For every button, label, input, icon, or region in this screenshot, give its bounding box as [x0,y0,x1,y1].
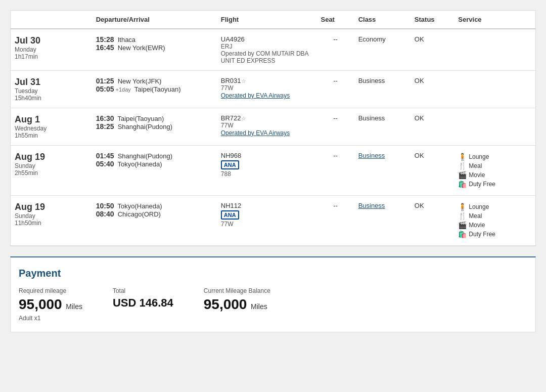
col-header-date [11,11,92,29]
service-lounge: 🧍Lounge [458,153,531,161]
payment-grid: Required mileage 95,000 Miles Adult x1 T… [19,287,527,322]
service-cell: 🧍Lounge🍴Meal🎬Movie🛍️Duty Free [454,196,535,246]
status-cell: OK [411,108,454,146]
col-header-departure-arrival: Departure/Arrival [92,11,217,29]
date-day: Jul 30 [15,35,88,46]
table-row: Aug 19 Sunday 11h50min 10:50 Tokyo(Haned… [11,196,535,246]
service-meal: 🍴Meal [458,212,531,220]
balance-value: 95,000 Miles [204,296,270,313]
service-meal: 🍴Meal [458,162,531,170]
service-label: Lounge [469,153,489,160]
date-weekday: Sunday [15,162,88,169]
required-mileage-value: 95,000 Miles [19,296,82,313]
status-cell: OK [411,196,454,246]
class-cell: Business [354,146,411,196]
lounge-icon: 🧍 [458,203,467,211]
service-label: Movie [469,222,485,229]
status-cell: OK [411,29,454,71]
service-duty-free: 🛍️Duty Free [458,180,531,188]
balance-item: Current Mileage Balance 95,000 Miles [204,287,270,313]
departure-time: 15:28 Ithaca [96,35,213,43]
duty free-icon: 🛍️ [458,230,467,238]
operated-by[interactable]: Operated by EVA Airways [221,129,313,137]
seat-cell: -- [316,71,354,108]
class-link[interactable]: Business [358,202,385,209]
col-header-status: Status [411,11,454,29]
service-cell: 🧍Lounge🍴Meal🎬Movie🛍️Duty Free [454,146,535,196]
date-duration: 1h17min [15,53,88,60]
flight-table: Departure/Arrival Flight Seat Class Stat… [11,11,535,246]
star-icon [241,114,246,122]
arrival-time: 08:40 Chicago(ORD) [96,210,213,218]
date-day: Aug 19 [15,152,88,162]
flight-type: ERJ [221,43,313,50]
class-cell: Business [354,71,411,108]
flight-table-container: Departure/Arrival Flight Seat Class Stat… [10,10,536,246]
departure-arrival-cell: 01:25 New York(JFK) 05:05 +1day Taipei(T… [92,71,217,108]
date-weekday: Tuesday [15,88,88,95]
total-item: Total USD 146.84 [113,287,173,310]
service-duty-free: 🛍️Duty Free [458,230,531,238]
date-day: Jul 31 [15,77,88,88]
flight-number: UA4926 [221,35,313,43]
service-cell [454,108,535,146]
table-row: Aug 1 Wednesday 1h55min 16:30 Taipei(Tao… [11,108,535,146]
departure-time: 01:25 New York(JFK) [96,77,213,85]
seat-cell: -- [316,108,354,146]
class-link[interactable]: Business [358,152,385,159]
service-movie: 🎬Movie [458,171,531,179]
service-label: Duty Free [469,181,495,188]
date-cell: Jul 31 Tuesday 15h40min [11,71,92,108]
date-weekday: Wednesday [15,125,88,132]
table-row: Aug 19 Sunday 2h55min 01:45 Shanghai(Pud… [11,146,535,196]
payment-title: Payment [19,268,527,279]
flight-type: 77W [221,84,313,92]
flight-number: NH112 [221,202,313,209]
service-movie: 🎬Movie [458,221,531,229]
date-duration: 1h55min [15,132,88,139]
service-lounge: 🧍Lounge [458,203,531,211]
nextday-label: +1day [114,86,130,93]
flight-number: BR722 [221,114,313,122]
service-label: Meal [469,162,482,169]
service-label: Duty Free [469,231,495,238]
departure-arrival-cell: 01:45 Shanghai(Pudong) 05:40 Tokyo(Haned… [92,146,217,196]
service-cell [454,29,535,71]
service-label: Movie [469,171,485,179]
total-label: Total [113,287,173,294]
meal-icon: 🍴 [458,162,467,170]
flight-cell: UA4926ERJOperated by COM MUTAIR DBA UNIT… [217,29,317,71]
service-label: Meal [469,212,482,220]
meal-icon: 🍴 [458,212,467,220]
seat-cell: -- [316,146,354,196]
duty free-icon: 🛍️ [458,180,467,188]
operated-by: Operated by COM MUTAIR DBA UNIT ED EXPRE… [221,50,313,64]
date-cell: Jul 30 Monday 1h17min [11,29,92,71]
flight-number: NH968 [221,152,313,159]
arrival-time: 18:25 Shanghai(Pudong) [96,122,213,130]
seat-cell: -- [316,196,354,246]
date-duration: 11h50min [15,220,88,227]
balance-label: Current Mileage Balance [204,287,270,294]
date-weekday: Monday [15,46,88,53]
date-cell: Aug 19 Sunday 11h50min [11,196,92,246]
flight-number: BR031 [221,77,313,84]
status-cell: OK [411,71,454,108]
class-cell: Business [354,108,411,146]
ana-logo: ANA [221,209,313,221]
class-cell: Business [354,196,411,246]
seat-cell: -- [316,29,354,71]
flight-cell: BR03177WOperated by EVA Airways [217,71,317,108]
service-label: Lounge [469,203,489,210]
operated-by[interactable]: Operated by EVA Airways [221,92,313,99]
arrival-time: 05:40 Tokyo(Haneda) [96,160,213,168]
col-header-service: Service [454,11,535,29]
status-cell: OK [411,146,454,196]
flight-cell: NH112ANA77W [217,196,317,246]
date-cell: Aug 1 Wednesday 1h55min [11,108,92,146]
ana-logo: ANA [221,159,313,170]
class-cell: Economy [354,29,411,71]
required-mileage-item: Required mileage 95,000 Miles Adult x1 [19,287,82,322]
movie-icon: 🎬 [458,171,467,179]
date-cell: Aug 19 Sunday 2h55min [11,146,92,196]
